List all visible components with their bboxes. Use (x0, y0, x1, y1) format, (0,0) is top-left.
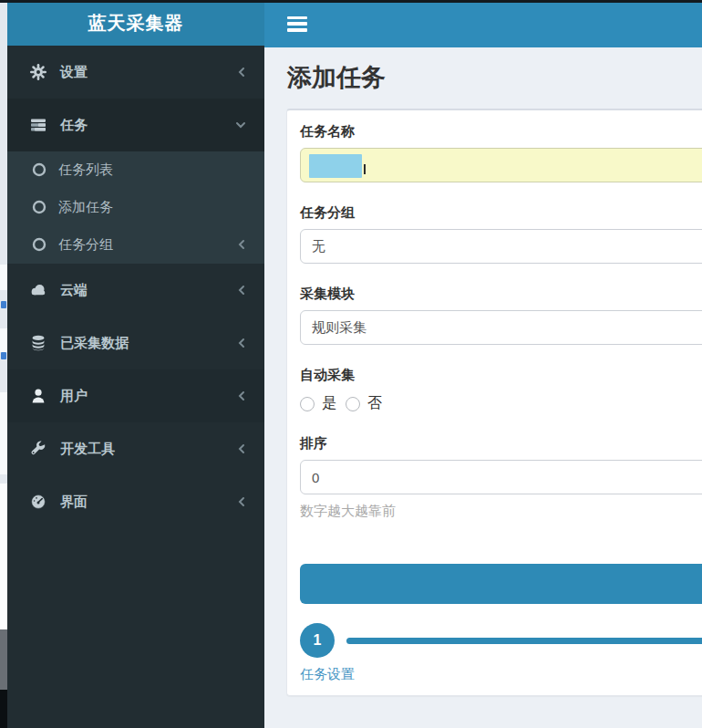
sidebar-item-interface[interactable]: 界面 (7, 475, 264, 528)
circle-icon (31, 161, 47, 178)
chevron-down-icon (235, 120, 246, 130)
task-name-field: 任务名称 (300, 123, 702, 182)
bg-link-fragment (1, 352, 6, 359)
sort-help-text: 数字越大越靠前 (300, 503, 702, 520)
app-logo[interactable]: 蓝天采集器 (7, 0, 264, 46)
bg-dark-fragment (0, 690, 7, 728)
radio-icon[interactable] (346, 397, 360, 411)
page-title: 添加任务 (287, 61, 702, 94)
sidebar-item-label: 添加任务 (58, 200, 252, 214)
sort-input[interactable] (300, 460, 702, 494)
module-label: 采集模块 (300, 286, 702, 303)
tasks-icon (29, 116, 47, 134)
sidebar-item-cloud[interactable]: 云端 (7, 264, 264, 317)
chevron-left-icon (237, 285, 246, 296)
user-icon (29, 387, 47, 405)
chevron-left-icon (237, 390, 246, 401)
auto-collect-yes-option[interactable]: 是 (300, 394, 336, 413)
sidebar-toggle-button[interactable] (287, 16, 307, 32)
sidebar-item-label: 云端 (60, 283, 237, 297)
module-value: 规则采集 (312, 319, 366, 337)
submit-button[interactable] (300, 564, 702, 604)
step-circle[interactable]: 1 (300, 623, 335, 658)
database-icon (29, 334, 47, 352)
sidebar-item-collected-data[interactable]: 已采集数据 (7, 317, 264, 369)
radio-label-yes: 是 (322, 394, 336, 413)
sidebar-item-tasks[interactable]: 任务 (7, 99, 264, 151)
task-group-value: 无 (312, 238, 325, 255)
chevron-left-icon (237, 443, 246, 454)
radio-icon[interactable] (300, 397, 315, 411)
chevron-left-icon (237, 338, 246, 348)
step-indicator: 1 (300, 623, 702, 658)
chevron-left-icon (237, 67, 246, 78)
sidebar-item-settings[interactable]: 设置 (7, 46, 264, 99)
module-select[interactable]: 规则采集 (300, 310, 702, 345)
gear-icon (29, 63, 47, 81)
chevron-left-icon (237, 239, 246, 250)
sidebar-item-label: 用户 (60, 389, 237, 403)
radio-label-no: 否 (367, 394, 382, 413)
hamburger-icon (287, 16, 307, 19)
sidebar-item-label: 开发工具 (60, 442, 237, 456)
step-line (346, 638, 702, 644)
task-name-label: 任务名称 (300, 123, 702, 140)
background-window-edge (0, 0, 7, 728)
bg-link-fragment (1, 301, 6, 308)
sidebar-item-label: 已采集数据 (60, 336, 237, 350)
bg-stripe (0, 328, 7, 352)
content-area: 添加任务 任务名称 任务分组 无 采集模块 (264, 61, 702, 696)
redacted-text (364, 164, 366, 174)
task-group-label: 任务分组 (300, 204, 702, 222)
bg-stripe (0, 392, 7, 474)
hamburger-icon (287, 28, 307, 31)
auto-collect-no-option[interactable]: 否 (346, 394, 382, 413)
cloud-icon (29, 281, 47, 299)
bg-stripe (0, 265, 7, 290)
app-logo-text: 蓝天采集器 (88, 11, 184, 36)
bg-dark-fragment (0, 629, 7, 690)
sidebar-item-dev-tools[interactable]: 开发工具 (7, 422, 264, 475)
sidebar-item-label: 界面 (60, 494, 237, 509)
sidebar-item-task-groups[interactable]: 任务分组 (7, 226, 264, 264)
step-label-link[interactable]: 任务设置 (300, 666, 702, 683)
sidebar-item-users[interactable]: 用户 (7, 369, 264, 422)
auto-collect-options: 是 否 (300, 394, 702, 413)
tasks-submenu: 任务列表 添加任务 任务分组 (7, 151, 264, 264)
dashboard-icon (29, 493, 47, 511)
module-field: 采集模块 规则采集 (300, 286, 702, 345)
sidebar-item-label: 任务 (60, 118, 235, 132)
sort-field: 排序 数字越大越靠前 (300, 435, 702, 520)
task-group-field: 任务分组 无 (300, 204, 702, 264)
main-area: 添加任务 任务名称 任务分组 无 采集模块 (264, 0, 702, 728)
sidebar-item-add-task[interactable]: 添加任务 (7, 189, 264, 226)
top-navbar (264, 0, 702, 47)
circle-icon (31, 236, 47, 253)
add-task-form-card: 任务名称 任务分组 无 采集模块 规则采集 (286, 109, 702, 696)
chevron-left-icon (237, 496, 246, 507)
task-name-input[interactable] (300, 148, 702, 182)
task-group-select[interactable]: 无 (300, 229, 702, 264)
auto-collect-label: 自动采集 (300, 367, 702, 384)
hamburger-icon (287, 22, 307, 25)
sidebar-item-label: 设置 (60, 65, 237, 79)
wrench-icon (29, 440, 47, 458)
app-window: 蓝天采集器 (0, 0, 702, 728)
sidebar-item-task-list[interactable]: 任务列表 (7, 151, 264, 189)
window-top-edge (0, 0, 702, 3)
redaction-highlight (309, 154, 362, 178)
sort-label: 排序 (300, 435, 702, 452)
circle-icon (31, 199, 47, 215)
sidebar: 蓝天采集器 (7, 0, 264, 728)
auto-collect-field: 自动采集 是 否 (300, 367, 702, 413)
sidebar-item-label: 任务分组 (58, 237, 237, 252)
sidebar-item-label: 任务列表 (58, 162, 252, 177)
